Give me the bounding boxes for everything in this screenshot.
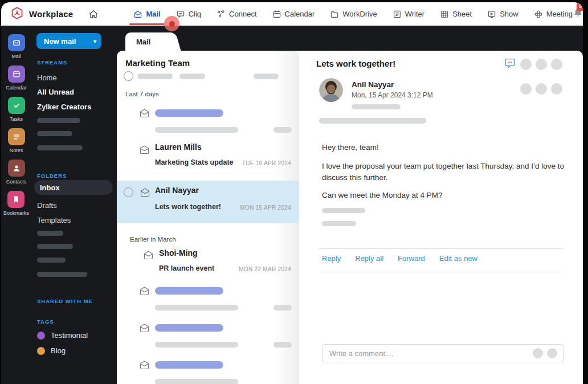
skeleton-bar: [155, 127, 238, 133]
email-subject[interactable]: Marketing Stats update: [155, 158, 234, 166]
connect-icon: [217, 10, 226, 19]
nav-workdrive[interactable]: WorkDrive: [330, 10, 377, 19]
comment-icon[interactable]: [504, 57, 516, 72]
sidebar-item-all-unread[interactable]: All Unread: [37, 88, 74, 96]
comment-input[interactable]: [329, 349, 529, 358]
comment-action-placeholder[interactable]: [533, 348, 543, 358]
skeleton-bar: [37, 244, 73, 249]
tags-section-label: TAGS: [37, 318, 54, 325]
reply-link[interactable]: Reply: [322, 254, 341, 263]
skeleton-bar: [273, 342, 292, 348]
rail-item-calendar[interactable]: Calendar: [6, 66, 27, 91]
message-action-placeholder[interactable]: [551, 83, 562, 95]
tag-blog[interactable]: Blog: [37, 346, 66, 355]
cliq-icon: [176, 10, 185, 19]
envelope-icon: [143, 250, 154, 260]
nav-meeting[interactable]: Meeting: [534, 10, 573, 19]
toolbar-action-placeholder[interactable]: [551, 59, 562, 70]
topbar-right: 5: [573, 6, 583, 22]
notifications-button[interactable]: 5: [573, 7, 583, 21]
tag-testimonial[interactable]: Testimonial: [37, 331, 88, 340]
nav-mail[interactable]: Mail: [133, 10, 160, 19]
select-all-checkbox[interactable]: [124, 71, 133, 81]
calendar-icon: [272, 10, 281, 19]
skeleton-bar: [155, 305, 238, 311]
app-rail: Mail Calendar Tasks Not: [1, 26, 31, 384]
envelope-icon: [139, 108, 150, 118]
workplace-logo[interactable]: Workplace: [10, 6, 73, 22]
rail-item-mail[interactable]: Mail: [8, 34, 25, 59]
nav-connect[interactable]: Connect: [217, 10, 256, 19]
message-action-placeholder[interactable]: [520, 83, 532, 95]
rail-item-bookmarks[interactable]: Bookmarks: [3, 191, 29, 216]
skeleton-bar: [37, 118, 80, 123]
envelope-icon: [139, 323, 150, 333]
skeleton-bar: [155, 361, 223, 369]
envelope-icon: [139, 145, 150, 154]
toolbar-action-placeholder[interactable]: [520, 59, 532, 70]
sender-avatar: [319, 78, 343, 102]
sidebar-item-zylker-creators[interactable]: Zylker Creators: [37, 103, 91, 111]
sidebar-item-inbox[interactable]: Inbox: [34, 180, 113, 195]
mail-app-icon: [8, 34, 25, 51]
email-row-selected[interactable]: Anil Nayyar Lets work together! MON 15 A…: [117, 181, 299, 223]
folders-section-label: FOLDERS: [37, 173, 67, 179]
tasks-app-icon: [8, 97, 25, 114]
comment-action-placeholder[interactable]: [547, 348, 557, 358]
sheet-icon: [440, 10, 449, 19]
message-action-placeholder[interactable]: [536, 83, 547, 95]
skeleton-bar: [155, 109, 223, 117]
nav-cliq[interactable]: Cliq: [176, 10, 201, 19]
email-checkbox[interactable]: [124, 187, 133, 197]
click-indicator: [164, 16, 179, 31]
home-icon[interactable]: [88, 9, 99, 20]
rail-item-tasks[interactable]: Tasks: [8, 97, 25, 122]
rail-item-notes[interactable]: Notes: [8, 128, 25, 153]
new-mail-button[interactable]: New mail ▾: [36, 33, 101, 49]
streams-section-label: STREAMS: [37, 59, 67, 66]
skeleton-bar: [155, 287, 223, 295]
mail-sidebar: New mail ▾ STREAMS Home All Unread Zylke…: [31, 26, 117, 384]
active-nav-underline: [129, 23, 164, 25]
message-toolbar: [504, 57, 562, 72]
mail-icon: [133, 10, 142, 19]
skeleton-bar: [319, 118, 426, 124]
body-paragraph: I love the proposal your team put togeth…: [322, 161, 575, 184]
contacts-app-icon: [8, 160, 25, 177]
email-sender[interactable]: Shoi-Ming: [159, 248, 198, 258]
tag-color-dot: [37, 332, 45, 340]
calendar-app-icon: [8, 66, 25, 83]
email-subject[interactable]: Lets work together!: [155, 203, 221, 211]
email-subject[interactable]: PR launch event: [159, 264, 214, 272]
forward-link[interactable]: Forward: [398, 254, 425, 263]
group-label-last-7-days: Last 7 days: [125, 91, 159, 97]
app-nav: Mail Cliq Connect: [133, 10, 573, 19]
nav-sheet[interactable]: Sheet: [440, 10, 472, 19]
nav-writer[interactable]: Writer: [393, 10, 424, 19]
sidebar-item-home[interactable]: Home: [37, 73, 57, 82]
email-sender[interactable]: Anil Nayyar: [155, 186, 199, 195]
skeleton-bar: [37, 145, 83, 150]
shared-section-label: SHARED WITH ME: [37, 298, 93, 304]
nav-calendar[interactable]: Calendar: [272, 10, 315, 19]
edit-as-new-link[interactable]: Edit as new: [439, 254, 477, 263]
workdrive-icon: [330, 10, 339, 19]
toolbar-action-placeholder[interactable]: [536, 59, 547, 70]
mail-tab[interactable]: Mail: [125, 32, 171, 51]
message-actions-row: [520, 83, 562, 95]
skeleton-bar: [37, 231, 63, 236]
chevron-down-icon[interactable]: ▾: [93, 38, 96, 44]
meeting-icon: [534, 10, 543, 19]
rail-item-contacts[interactable]: Contacts: [6, 160, 27, 185]
reply-all-link[interactable]: Reply all: [355, 254, 383, 263]
skeleton-bar: [322, 208, 365, 213]
nav-show[interactable]: Show: [487, 10, 518, 19]
sidebar-item-drafts[interactable]: Drafts: [37, 201, 57, 210]
group-label-earlier-in-march: Earlier in March: [130, 236, 176, 243]
sidebar-item-templates[interactable]: Templates: [37, 216, 71, 224]
body-paragraph: Hey there, team!: [322, 142, 575, 153]
email-sender[interactable]: Lauren Mills: [155, 142, 202, 152]
email-date: MON 15 APR 2024: [240, 205, 291, 211]
body-paragraph: Can we meet the Monday at 4 PM?: [322, 190, 575, 201]
skeleton-bar: [37, 131, 72, 136]
